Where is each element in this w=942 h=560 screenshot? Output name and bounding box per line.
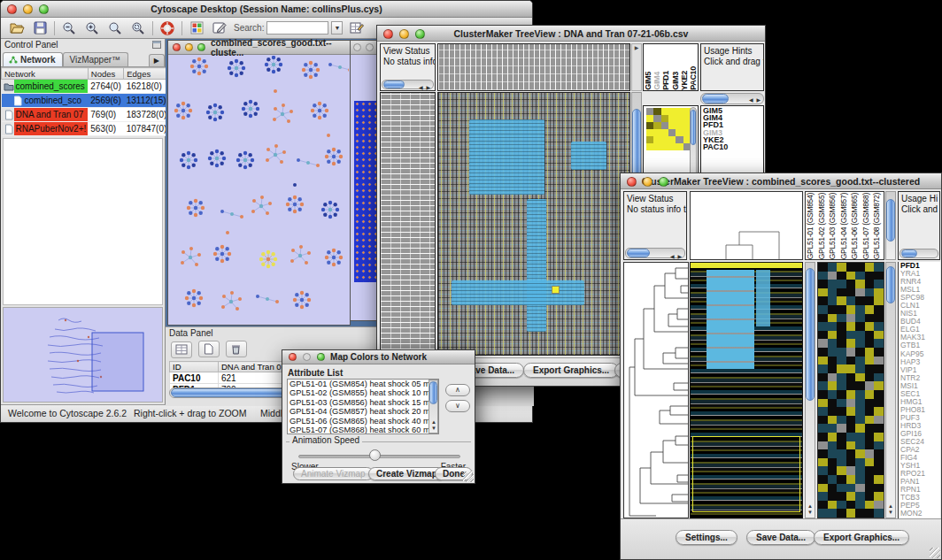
view-status-hscrollbar[interactable]: ◀ ▶ xyxy=(625,248,685,258)
resize-grip[interactable] xyxy=(930,548,940,558)
zoom-in-icon[interactable] xyxy=(83,19,101,36)
export-graphics-button[interactable]: Export Graphics... xyxy=(814,530,909,545)
scroll-arrows[interactable]: ◀ ▶ xyxy=(419,82,431,91)
network-row[interactable]: RNAPuberNov2+! 563(0) 107847(0) xyxy=(2,122,170,136)
scrollbar-thumb[interactable] xyxy=(691,110,696,145)
scroll-arrows[interactable]: ◀ ▶ xyxy=(670,251,683,260)
zoom-selected-icon[interactable] xyxy=(129,19,147,36)
close-button[interactable] xyxy=(289,353,297,361)
minimize-button[interactable] xyxy=(23,4,33,14)
scrollbar-thumb[interactable] xyxy=(383,81,405,88)
scroll-arrows[interactable]: ▲▼ xyxy=(888,503,893,516)
open-icon[interactable] xyxy=(8,19,26,36)
tv2-column-dendrogram[interactable] xyxy=(690,191,803,260)
scrollbar-thumb[interactable] xyxy=(886,266,895,303)
table-edit-icon[interactable] xyxy=(348,19,366,36)
zoom-button[interactable] xyxy=(39,4,49,14)
close-button[interactable] xyxy=(383,29,393,39)
tv2-titlebar[interactable]: ClusterMaker TreeView : combined_scores_… xyxy=(621,173,941,189)
zoom-button[interactable] xyxy=(197,43,205,51)
tv1-global-heatmap[interactable] xyxy=(437,92,630,356)
attribute-table-icon[interactable] xyxy=(171,341,192,358)
search-dropdown-icon[interactable]: ▼ xyxy=(331,21,343,35)
tv1-row-dendrogram[interactable] xyxy=(380,92,436,356)
tv2-vscrollbar[interactable]: ▲▼ xyxy=(805,262,815,518)
vizmapper-icon[interactable] xyxy=(188,19,205,36)
zoom-button[interactable] xyxy=(659,177,668,187)
save-data-button[interactable]: Save Data... xyxy=(746,530,815,545)
close-button[interactable] xyxy=(353,43,361,51)
tv1-splitter[interactable]: ▶ xyxy=(631,43,642,91)
scroll-arrows[interactable]: ▲▼ xyxy=(807,503,813,516)
scrollbar-thumb[interactable] xyxy=(806,268,815,401)
zoom-out-icon[interactable] xyxy=(60,19,78,36)
birdseye-view[interactable] xyxy=(3,307,163,403)
tv2-zoom-heatmap[interactable] xyxy=(817,262,884,518)
tabs-more-button[interactable]: ▶ xyxy=(149,54,165,66)
float-panel-icon[interactable] xyxy=(152,41,161,49)
close-button[interactable] xyxy=(7,4,17,14)
network-row-selected[interactable]: combined_sco 2569(6) 13112(15) xyxy=(2,94,170,108)
network-row[interactable]: combined_scores 2764(0) 16218(0) xyxy=(2,80,170,94)
zoom-button[interactable] xyxy=(317,353,325,361)
zoom-button[interactable] xyxy=(415,29,425,39)
tv1-column-dendrogram[interactable] xyxy=(437,43,630,91)
minimize-button[interactable] xyxy=(643,177,652,187)
create-vizmap-button[interactable]: Create Vizmap xyxy=(368,467,445,480)
attribute-item[interactable]: GPL51-01 (GSM854) heat shock 05 min xyxy=(288,380,438,388)
heatmap-cell xyxy=(828,280,838,288)
slider-thumb[interactable] xyxy=(369,449,381,461)
network-name: combined_sco xyxy=(23,94,89,107)
attribute-item[interactable]: GPL51-03 (GSM856) heat shock 15 min xyxy=(288,398,438,407)
delete-attribute-icon[interactable] xyxy=(226,341,247,357)
close-button[interactable] xyxy=(627,177,637,187)
attribute-list-vscrollbar[interactable]: ▲▼ xyxy=(429,380,438,433)
heatmap-cell xyxy=(668,136,676,143)
resize-grip[interactable] xyxy=(463,472,474,482)
tv2-zoom-vscrollbar[interactable]: ▲▼ xyxy=(885,262,896,518)
view-status-hscrollbar[interactable]: ◀ ▶ xyxy=(382,80,434,89)
close-button[interactable] xyxy=(173,43,181,51)
help-lifering-icon[interactable] xyxy=(158,19,176,36)
settings-button[interactable]: Settings... xyxy=(676,530,737,545)
usage-hints-hscrollbar[interactable] xyxy=(900,249,938,258)
network-view-window[interactable]: combined_scores_good.txt--cluste... xyxy=(167,40,351,326)
scrollbar-thumb[interactable] xyxy=(627,249,650,257)
tv1-titlebar[interactable]: ClusterMaker TreeView : DNA and Tran 07-… xyxy=(377,26,765,42)
animate-vizmap-button[interactable]: Animate Vizmap xyxy=(293,467,374,480)
tv2-row-dendrogram[interactable] xyxy=(623,262,689,518)
minimize-button[interactable] xyxy=(399,29,409,39)
network-row[interactable]: DNA and Tran 07 769(0) 183728(0) xyxy=(2,108,170,122)
new-attribute-icon[interactable] xyxy=(198,341,220,357)
zoom-fit-icon[interactable] xyxy=(106,19,124,36)
scroll-arrows[interactable]: ▲▼ xyxy=(431,419,436,432)
scrollbar-thumb[interactable] xyxy=(901,249,917,257)
save-icon[interactable] xyxy=(31,19,49,36)
tab-vizmapper[interactable]: VizMapper™ xyxy=(63,52,128,66)
attribute-item[interactable]: GPL51-02 (GSM855) heat shock 10 min xyxy=(288,388,438,397)
tab-network[interactable]: Network xyxy=(3,52,63,66)
move-up-button[interactable]: ∧ xyxy=(445,384,470,396)
search-input[interactable] xyxy=(266,21,328,35)
attribute-item[interactable]: GPL51-06 (GSM865) heat shock 40 min xyxy=(288,417,438,426)
scrollbar-thumb[interactable] xyxy=(886,199,895,242)
minimize-button[interactable] xyxy=(303,353,311,361)
minimize-button[interactable] xyxy=(185,43,193,51)
attribute-list[interactable]: ▲▼ GPL51-01 (GSM854) heat shock 05 minGP… xyxy=(287,379,439,434)
attribute-item[interactable]: GPL51-04 (GSM857) heat shock 20 min xyxy=(288,407,438,416)
export-graphics-button[interactable]: Export Graphics... xyxy=(523,363,619,378)
tv2-global-heatmap[interactable] xyxy=(690,262,803,518)
scrollbar-thumb[interactable] xyxy=(429,381,437,404)
dialog-titlebar[interactable]: Map Colors to Network xyxy=(282,350,475,364)
scrollbar-thumb[interactable] xyxy=(702,94,729,104)
minimize-button[interactable] xyxy=(366,43,374,51)
tv2-top-vscrollbar[interactable] xyxy=(885,191,896,260)
attribute-item[interactable]: GPL51-07 (GSM868) heat shock 60 min xyxy=(288,426,438,434)
network-canvas[interactable] xyxy=(169,56,349,324)
move-down-button[interactable]: ∨ xyxy=(445,400,470,412)
network-view-titlebar[interactable]: combined_scores_good.txt--cluste... xyxy=(168,41,350,55)
annotation-icon[interactable] xyxy=(211,19,228,36)
tv1-zoom-hscrollbar[interactable]: ◀ ▶ xyxy=(700,93,764,104)
scroll-arrows[interactable]: ◀ ▶ xyxy=(749,96,761,103)
main-titlebar[interactable]: Cytoscape Desktop (Session Name: collins… xyxy=(1,1,532,18)
